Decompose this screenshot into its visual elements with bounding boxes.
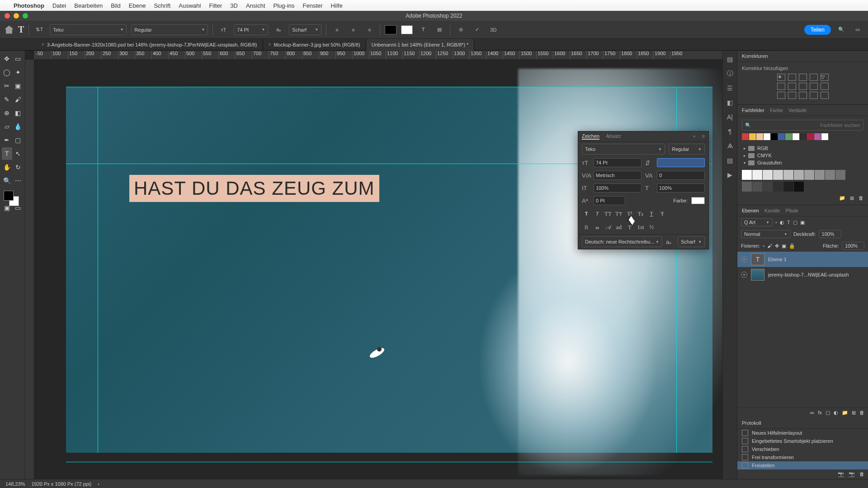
- cmyk-folder[interactable]: ▸CMYK: [742, 152, 863, 159]
- doc-tab-1[interactable]: ×3-Angebots-Banner-868x488.psd bei 148…: [36, 39, 263, 51]
- history-item[interactable]: Neues Hilfslinienlayout: [737, 429, 868, 437]
- menu-schrift[interactable]: Schrift: [154, 2, 170, 9]
- filter-smart-icon[interactable]: ▣: [800, 220, 805, 225]
- search-icon[interactable]: 🔍: [835, 24, 847, 36]
- layer-style-icon[interactable]: fx: [818, 410, 822, 416]
- opacity-field[interactable]: 100%: [819, 230, 841, 238]
- blend-mode-dropdown[interactable]: Normal▼: [741, 230, 791, 238]
- doc-tab-3[interactable]: Unbenannt-1 bei 148% (Ebene 1, RGB/8*) *: [366, 39, 475, 51]
- all-caps-icon[interactable]: TT: [604, 210, 613, 218]
- text-orientation-icon[interactable]: ⇅T: [33, 24, 45, 36]
- gray-swatch[interactable]: [794, 170, 804, 180]
- ordinals-icon[interactable]: 1st: [636, 223, 645, 231]
- history-item[interactable]: Verschieben: [737, 445, 868, 453]
- color-swatch[interactable]: [821, 133, 828, 140]
- app-name[interactable]: Photoshop: [14, 2, 44, 9]
- char-hscale-field[interactable]: 100%: [657, 183, 705, 192]
- color-swatch[interactable]: [800, 133, 807, 140]
- clone-stamp-icon[interactable]: ⊕: [2, 107, 12, 119]
- new-layer-icon[interactable]: ⊞: [852, 410, 856, 416]
- hand-tool-icon[interactable]: ✋: [2, 161, 12, 174]
- color-swatch[interactable]: [756, 133, 763, 140]
- styles-panel-icon[interactable]: ◧: [726, 99, 734, 107]
- actions-panel-icon[interactable]: ▶: [726, 171, 734, 179]
- glyphs-panel-icon[interactable]: Ѧ: [726, 142, 734, 150]
- layer-thumbnail[interactable]: [751, 269, 764, 281]
- menu-ebene[interactable]: Ebene: [129, 2, 146, 9]
- exposure-icon[interactable]: [810, 74, 818, 81]
- curves-icon[interactable]: [799, 74, 807, 81]
- color-swatch[interactable]: [785, 133, 792, 140]
- menu-filter[interactable]: Filter: [209, 2, 222, 9]
- close-window-icon[interactable]: [5, 13, 10, 19]
- pen-tool-icon[interactable]: ✒: [2, 134, 12, 146]
- cancel-icon[interactable]: ⊘: [455, 24, 467, 36]
- menu-datei[interactable]: Datei: [52, 2, 66, 9]
- char-aa-dropdown[interactable]: Scharf▼: [678, 236, 705, 247]
- gray-swatch[interactable]: [742, 182, 752, 192]
- foreground-background-colors[interactable]: [2, 191, 23, 209]
- menu-fenster[interactable]: Fenster: [303, 2, 323, 9]
- new-snapshot-icon[interactable]: 📷: [849, 471, 855, 477]
- char-kerning-field[interactable]: Metrisch: [594, 171, 642, 180]
- menu-plugins[interactable]: Plug-ins: [274, 2, 295, 9]
- lock-pixels-icon[interactable]: 🖌: [767, 243, 772, 249]
- gray-swatch[interactable]: [815, 170, 825, 180]
- rotate-view-icon[interactable]: ↻: [13, 161, 24, 174]
- menu-hilfe[interactable]: Hilfe: [331, 2, 343, 9]
- gray-swatch[interactable]: [783, 182, 793, 192]
- lock-artboard-icon[interactable]: ▣: [782, 243, 786, 249]
- gray-swatch[interactable]: [763, 170, 773, 180]
- filter-type-icon[interactable]: T: [787, 220, 790, 225]
- minimize-window-icon[interactable]: [14, 13, 19, 19]
- character-panel-icon[interactable]: ▤: [434, 24, 445, 36]
- fractions-icon[interactable]: ½: [647, 223, 656, 231]
- font-size-dropdown[interactable]: 74 Pt▼: [234, 24, 268, 35]
- char-weight-dropdown[interactable]: Regular▼: [669, 144, 705, 155]
- crop-tool-icon[interactable]: ✂: [2, 80, 12, 92]
- levels-icon[interactable]: [788, 74, 796, 81]
- character-panel[interactable]: Zeichen Absatz » ≡ Teko▼ Regular▼ тT 74 …: [578, 131, 709, 249]
- doc-tab-2[interactable]: ×Mockup-Banner-3.jpg bei 50% (RGB/8): [263, 39, 366, 51]
- workspace-icon[interactable]: ▭: [852, 24, 863, 36]
- font-weight-dropdown[interactable]: Regular▼: [131, 24, 208, 35]
- text-bg-swatch[interactable]: [401, 25, 413, 34]
- char-vscale-field[interactable]: 100%: [594, 183, 642, 192]
- faux-italic-icon[interactable]: T: [593, 210, 602, 218]
- guide-line[interactable]: [66, 87, 712, 87]
- paragraph-panel-icon[interactable]: ¶: [726, 127, 734, 136]
- rgb-folder[interactable]: ▸RGB: [742, 145, 863, 152]
- contextual-icon[interactable]: ⴰ: [593, 223, 602, 231]
- faux-bold-icon[interactable]: T: [582, 210, 591, 218]
- delete-layer-icon[interactable]: 🗑: [859, 410, 864, 416]
- move-tool-icon[interactable]: ✥: [2, 52, 12, 65]
- guide-line[interactable]: [98, 87, 98, 453]
- color-swatch[interactable]: [749, 133, 756, 140]
- gray-swatch[interactable]: [773, 170, 783, 180]
- swash-icon[interactable]: ad: [614, 223, 623, 231]
- color-swatch[interactable]: [814, 133, 821, 140]
- brush-tool-icon[interactable]: 🖌: [13, 93, 24, 106]
- char-leading-field[interactable]: [657, 158, 705, 167]
- paragraph-styles-icon[interactable]: ▤: [726, 156, 734, 164]
- menu-auswahl[interactable]: Auswahl: [179, 2, 201, 9]
- close-tab-icon[interactable]: ×: [269, 42, 271, 47]
- vibrance-icon[interactable]: ▽: [821, 74, 829, 81]
- zoom-tool-icon[interactable]: 🔍: [2, 174, 12, 187]
- visibility-icon[interactable]: [741, 256, 747, 263]
- history-item[interactable]: Freistellen: [737, 461, 868, 469]
- subscript-icon[interactable]: T₁: [636, 210, 645, 218]
- filter-adjust-icon[interactable]: ◐: [780, 220, 784, 225]
- color-swatch[interactable]: [742, 133, 749, 140]
- link-layers-icon[interactable]: ⫘: [809, 410, 814, 416]
- share-button[interactable]: Teilen: [804, 25, 831, 35]
- menu-bearbeiten[interactable]: Bearbeiten: [74, 2, 103, 9]
- collapse-panel-icon[interactable]: »: [693, 133, 695, 140]
- align-right-icon[interactable]: ≡: [363, 24, 375, 36]
- gray-swatch[interactable]: [825, 170, 835, 180]
- status-chevron-icon[interactable]: ›: [98, 481, 99, 487]
- layer-row[interactable]: T Ebene 1: [737, 252, 868, 267]
- info-panel-icon[interactable]: ⓘ: [726, 70, 734, 78]
- group-layers-icon[interactable]: 📁: [842, 410, 848, 416]
- 3d-icon[interactable]: 3D: [487, 24, 499, 36]
